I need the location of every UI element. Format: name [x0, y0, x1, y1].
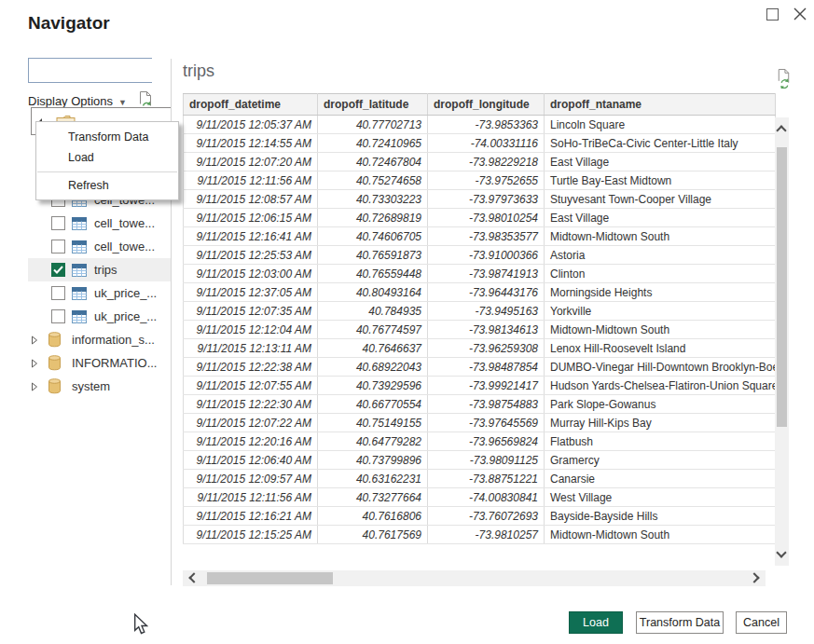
cell-dropoff-datetime: 9/11/2015 12:16:21 AM — [184, 507, 318, 526]
checkmark-icon — [53, 266, 63, 274]
cell-dropoff-ntaname: Canarsie — [545, 470, 776, 488]
tree-item-database[interactable]: INFORMATIO... — [28, 351, 172, 375]
cell-dropoff-latitude: 40.73929596 — [318, 377, 428, 395]
transform-data-button[interactable]: Transform Data — [636, 611, 724, 634]
cell-dropoff-latitude: 40.68922043 — [318, 358, 428, 377]
table-checkbox[interactable] — [51, 263, 65, 277]
preview-header-row: dropoff_datetime dropoff_latitude dropof… — [184, 94, 776, 116]
table-row[interactable]: 9/11/2015 12:15:25 AM 40.7617569 -73.981… — [184, 526, 776, 544]
scroll-down-icon[interactable] — [776, 547, 786, 557]
tree-item-label: trips — [94, 263, 117, 277]
expand-chevron-icon[interactable] — [31, 382, 38, 391]
table-row[interactable]: 9/11/2015 12:07:22 AM 40.75149155 -73.97… — [184, 414, 776, 432]
menu-item-load[interactable]: Load — [36, 147, 178, 168]
table-row[interactable]: 9/11/2015 12:11:56 AM 40.73277664 -74.00… — [184, 488, 776, 507]
cell-dropoff-longitude: -73.98010254 — [428, 209, 545, 227]
table-row[interactable]: 9/11/2015 12:14:55 AM 40.72410965 -74.00… — [184, 134, 776, 153]
table-row[interactable]: 9/11/2015 12:16:21 AM 40.7616806 -73.760… — [184, 507, 776, 526]
column-header[interactable]: dropoff_ntaname — [545, 94, 776, 116]
table-row[interactable]: 9/11/2015 12:13:11 AM 40.7646637 -73.962… — [184, 339, 776, 358]
menu-item-refresh[interactable]: Refresh — [36, 175, 178, 196]
table-row[interactable]: 9/11/2015 12:03:00 AM 40.76559448 -73.98… — [184, 265, 776, 283]
cell-dropoff-latitude: 40.784935 — [318, 302, 428, 321]
mouse-cursor — [133, 613, 148, 636]
table-row[interactable]: 9/11/2015 12:20:16 AM 40.64779282 -73.96… — [184, 432, 776, 451]
refresh-preview-icon[interactable] — [775, 67, 793, 89]
table-row[interactable]: 9/11/2015 12:07:20 AM 40.72467804 -73.98… — [184, 153, 776, 171]
tree-item-table[interactable]: cell_towe... — [28, 212, 172, 235]
scroll-right-icon[interactable] — [749, 572, 759, 582]
cell-dropoff-datetime: 9/11/2015 12:22:30 AM — [184, 395, 318, 414]
restore-window-icon[interactable] — [766, 8, 779, 21]
display-options-dropdown[interactable]: Display Options▼ — [28, 94, 127, 108]
scroll-left-icon[interactable] — [188, 572, 199, 582]
table-icon — [72, 240, 87, 253]
cell-dropoff-datetime: 9/11/2015 12:37:05 AM — [184, 283, 318, 302]
cell-dropoff-ntaname: Murray Hill-Kips Bay — [545, 414, 776, 432]
cell-dropoff-longitude: -73.98353577 — [428, 227, 545, 246]
cell-dropoff-latitude: 40.74606705 — [318, 227, 428, 246]
column-header[interactable]: dropoff_longitude — [428, 94, 545, 116]
table-checkbox[interactable] — [51, 240, 65, 253]
close-window-icon[interactable] — [793, 7, 807, 21]
expand-chevron-icon[interactable] — [31, 359, 38, 368]
column-header[interactable]: dropoff_latitude — [318, 94, 428, 116]
cell-dropoff-datetime: 9/11/2015 12:07:55 AM — [184, 377, 318, 395]
cell-dropoff-ntaname: Lenox Hill-Roosevelt Island — [545, 339, 776, 358]
cell-dropoff-datetime: 9/11/2015 12:15:25 AM — [184, 526, 318, 544]
table-row[interactable]: 9/11/2015 12:16:41 AM 40.74606705 -73.98… — [184, 227, 776, 246]
table-row[interactable]: 9/11/2015 12:09:57 AM 40.63162231 -73.88… — [184, 470, 776, 488]
chevron-down-icon: ▼ — [118, 98, 127, 107]
table-row[interactable]: 9/11/2015 12:07:55 AM 40.73929596 -73.99… — [184, 377, 776, 395]
table-checkbox[interactable] — [51, 216, 65, 230]
cell-dropoff-latitude: 40.76591873 — [318, 246, 428, 265]
cell-dropoff-longitude: -73.96569824 — [428, 432, 545, 451]
cancel-button[interactable]: Cancel — [736, 611, 787, 634]
expand-chevron-icon[interactable] — [31, 336, 38, 345]
table-row[interactable]: 9/11/2015 12:12:04 AM 40.76774597 -73.98… — [184, 321, 776, 339]
scroll-up-icon[interactable] — [776, 125, 786, 135]
menu-item-transform-data[interactable]: Transform Data — [36, 127, 178, 147]
cell-dropoff-latitude: 40.77702713 — [318, 116, 428, 134]
tree-item-database[interactable]: system — [28, 375, 172, 398]
search-input[interactable] — [29, 59, 181, 82]
horizontal-scrollbar[interactable] — [183, 570, 766, 586]
table-row[interactable]: 9/11/2015 12:22:30 AM 40.66770554 -73.98… — [184, 395, 776, 414]
cell-dropoff-longitude: -73.97973633 — [428, 190, 545, 209]
cell-dropoff-latitude: 40.7617569 — [318, 526, 428, 544]
table-row[interactable]: 9/11/2015 12:06:15 AM 40.72689819 -73.98… — [184, 209, 776, 227]
cell-dropoff-latitude: 40.73303223 — [318, 190, 428, 209]
vertical-scrollbar[interactable] — [775, 117, 789, 566]
table-row[interactable]: 9/11/2015 12:07:35 AM 40.784935 -73.9495… — [184, 302, 776, 321]
tree-item-table[interactable]: uk_price_... — [28, 305, 172, 328]
table-row[interactable]: 9/11/2015 12:05:37 AM 40.77702713 -73.98… — [184, 116, 776, 134]
table-row[interactable]: 9/11/2015 12:22:38 AM 40.68922043 -73.98… — [184, 358, 776, 377]
column-header[interactable]: dropoff_datetime — [184, 94, 318, 116]
table-checkbox[interactable] — [51, 309, 65, 323]
tree-item-label: cell_towe... — [94, 216, 155, 230]
cell-dropoff-ntaname: East Village — [545, 209, 776, 227]
cell-dropoff-latitude: 40.7646637 — [318, 339, 428, 358]
tree-item-table[interactable]: uk_price_... — [28, 281, 172, 305]
search-box[interactable] — [28, 58, 152, 83]
cell-dropoff-datetime: 9/11/2015 12:20:16 AM — [184, 432, 318, 451]
cell-dropoff-longitude: -73.98091125 — [428, 451, 545, 470]
table-row[interactable]: 9/11/2015 12:06:40 AM 40.73799896 -73.98… — [184, 451, 776, 470]
navigation-tree: cell_towe... cell_towe... — [28, 188, 172, 398]
cell-dropoff-longitude: -74.00331116 — [428, 134, 545, 153]
load-button[interactable]: Load — [569, 611, 623, 634]
cell-dropoff-latitude: 40.76774597 — [318, 321, 428, 339]
tree-item-table[interactable]: cell_towe... — [28, 235, 172, 258]
tree-item-table[interactable]: trips — [28, 258, 172, 281]
horizontal-scroll-thumb[interactable] — [207, 572, 333, 584]
cell-dropoff-longitude: -73.91000366 — [428, 246, 545, 265]
vertical-scroll-thumb[interactable] — [777, 147, 787, 427]
tree-item-database[interactable]: information_s... — [28, 328, 172, 351]
cell-dropoff-ntaname: Turtle Bay-East Midtown — [545, 171, 776, 190]
table-row[interactable]: 9/11/2015 12:37:05 AM 40.80493164 -73.96… — [184, 283, 776, 302]
table-row[interactable]: 9/11/2015 12:11:56 AM 40.75274658 -73.97… — [184, 171, 776, 190]
table-icon — [72, 264, 87, 277]
table-checkbox[interactable] — [51, 286, 65, 300]
table-row[interactable]: 9/11/2015 12:25:53 AM 40.76591873 -73.91… — [184, 246, 776, 265]
table-row[interactable]: 9/11/2015 12:08:57 AM 40.73303223 -73.97… — [184, 190, 776, 209]
